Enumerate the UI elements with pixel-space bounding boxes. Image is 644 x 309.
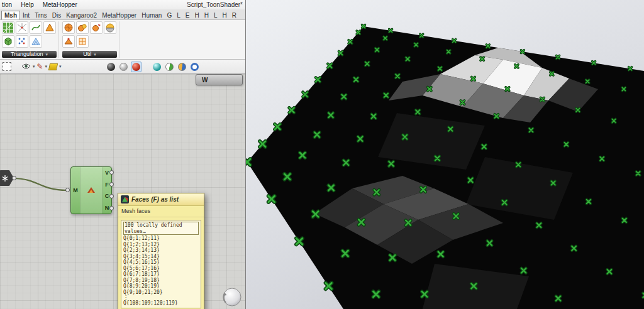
category-tab-bar: MshIntTrnsDisKangaroo2MetaHopperHumanGLE… xyxy=(0,9,245,20)
tab-l-8[interactable]: L xyxy=(174,11,183,19)
colors-output-port[interactable] xyxy=(109,194,114,198)
hex-output-port[interactable] xyxy=(12,176,16,180)
tooltip-value: Q{1;2;13;12} xyxy=(123,242,199,248)
mesh-input-port[interactable] xyxy=(65,188,70,192)
group-label-util[interactable]: Util▾ xyxy=(62,51,117,58)
mesh-wire[interactable] xyxy=(13,178,67,190)
output-port-label-v: V xyxy=(105,170,109,176)
display-ring-button[interactable] xyxy=(189,62,200,72)
document-title: Script_ToonShader* xyxy=(187,1,243,8)
sketch-pencil-icon[interactable]: ✎ xyxy=(37,63,43,70)
preview-off-button[interactable] xyxy=(106,62,116,72)
grasshopper-canvas[interactable]: W M xyxy=(0,74,245,309)
mesh-fruit-icon[interactable] xyxy=(76,21,89,34)
tooltip-value: Q{5;6;17;16} xyxy=(123,266,199,272)
faces-output-port[interactable] xyxy=(109,182,114,187)
tooltip-value: Q{2;3;14;13} xyxy=(123,247,199,254)
draw-fancy-wires-button[interactable] xyxy=(164,62,175,72)
preview-shaded-button[interactable] xyxy=(131,62,142,72)
vertices-output-port[interactable] xyxy=(109,170,114,175)
tab-dis-3[interactable]: Dis xyxy=(50,11,64,19)
tab-e-9[interactable]: E xyxy=(183,11,192,19)
tooltip-value: Q{3;4;15;14} xyxy=(123,254,199,260)
mesh-unify-icon[interactable] xyxy=(76,35,89,48)
snowflake-icon xyxy=(1,175,9,182)
tab-int-1[interactable]: Int xyxy=(20,11,32,19)
draw-icons-button[interactable] xyxy=(152,62,162,72)
triangulate-curve-icon[interactable] xyxy=(30,21,42,34)
group-label-triangulation[interactable]: Triangulation▾ xyxy=(2,51,57,58)
mesh-explode-icon[interactable] xyxy=(90,21,103,34)
tab-h-10[interactable]: H xyxy=(192,11,201,19)
tooltip-value: Q{7;8;19;18} xyxy=(123,278,199,284)
toon-shaded-mesh xyxy=(246,0,644,309)
rhino-viewport[interactable] xyxy=(246,0,644,309)
eye-dropdown-icon[interactable]: ▾ xyxy=(33,64,35,69)
tab-g-7[interactable]: G xyxy=(164,11,174,19)
draw-icons-icon xyxy=(153,63,161,71)
tooltip-subtitle: Mesh faces xyxy=(118,206,204,217)
component-ribbon: Triangulation▾ xyxy=(0,20,245,60)
menu-bar: tion Help MetaHopper Script_ToonShader* xyxy=(0,0,245,9)
input-port-label-m: M xyxy=(73,187,78,193)
display-mode-icon xyxy=(178,63,186,71)
faces-output-tooltip: Faces (F) as list Mesh faces 100 locally… xyxy=(118,193,204,309)
tab-metahopper-5[interactable]: MetaHopper xyxy=(99,11,139,19)
menu-item-help[interactable]: Help xyxy=(21,1,34,8)
preview-eye-icon[interactable] xyxy=(21,61,31,72)
application-window: tion Help MetaHopper Script_ToonShader* … xyxy=(0,0,644,309)
tab-h-11[interactable]: H xyxy=(202,11,211,19)
tooltip-ellipsis: ⋮ xyxy=(123,295,199,300)
tab-msh-0[interactable]: Msh xyxy=(1,11,20,19)
deconstruct-mesh-component[interactable]: M V F C N xyxy=(70,166,112,214)
group-caret-icon: ▾ xyxy=(46,51,48,58)
mesh-box-icon[interactable] xyxy=(2,35,14,48)
tab-h-13[interactable]: H xyxy=(219,11,229,19)
tooltip-summary: 100 locally defined values… xyxy=(123,222,199,235)
tab-l-12[interactable]: L xyxy=(211,11,220,19)
selection-grid-icon[interactable] xyxy=(3,62,11,71)
delaunay-mesh-icon[interactable] xyxy=(2,21,14,34)
paint-bucket-icon[interactable] xyxy=(48,63,58,70)
tab-human-6[interactable]: Human xyxy=(139,11,164,19)
points-grid-icon[interactable] xyxy=(16,35,28,48)
mesh-component-icon xyxy=(86,185,96,195)
bucket-dropdown-icon[interactable]: ▾ xyxy=(59,64,62,69)
display-toolbar: ▾ ✎ ▾ ▾ xyxy=(0,60,245,74)
mesh-flip-icon[interactable] xyxy=(104,21,116,34)
faces-icon xyxy=(121,195,129,203)
preview-wireframe-button[interactable] xyxy=(118,62,129,72)
w-panel-label: W xyxy=(196,77,208,84)
preview-shaded-icon xyxy=(132,63,140,71)
tab-r-14[interactable]: R xyxy=(230,11,239,19)
output-port-label-n: N xyxy=(105,205,109,211)
grasshopper-window: tion Help MetaHopper Script_ToonShader* … xyxy=(0,0,246,309)
pencil-dropdown-icon[interactable]: ▾ xyxy=(45,64,48,69)
tooltip-value: Q{0;1;12;11} xyxy=(123,236,199,242)
tooltip-last-value: Q{108;109;120;119} xyxy=(123,300,199,306)
ribbon-group-util: Util▾ xyxy=(62,21,119,58)
tooltip-value: Q{8;9;20;19} xyxy=(123,283,199,290)
w-panel[interactable]: W xyxy=(196,74,243,85)
mesh-sphere-icon[interactable] xyxy=(62,21,75,34)
tooltip-value-list: 100 locally defined values… Q{0;1;12;11}… xyxy=(121,220,201,308)
preview-wireframe-icon xyxy=(119,63,128,71)
mesh-weld-icon[interactable] xyxy=(62,35,75,48)
tooltip-title: Faces (F) as list xyxy=(131,196,179,203)
preview-off-icon xyxy=(107,63,115,71)
tab-trns-2[interactable]: Trns xyxy=(32,11,50,19)
tooltip-value: Q{9;10;21;20} xyxy=(123,290,199,296)
tooltip-value: Q{4;5;16;15} xyxy=(123,259,199,266)
voronoi-icon[interactable] xyxy=(16,21,28,34)
facet-dome-icon[interactable] xyxy=(43,21,56,34)
draw-fancy-wires-icon xyxy=(165,63,174,71)
display-mode-button[interactable] xyxy=(177,62,187,72)
mesh-patch-icon[interactable] xyxy=(30,35,42,48)
tooltip-header: Faces (F) as list xyxy=(118,193,204,206)
tooltip-value: Q{6;7;18;17} xyxy=(123,271,199,278)
tab-kangaroo2-4[interactable]: Kangaroo2 xyxy=(64,11,99,19)
canvas-compass-widget[interactable] xyxy=(221,286,243,308)
menu-item-solution[interactable]: tion xyxy=(2,1,12,8)
menu-item-metahopper[interactable]: MetaHopper xyxy=(43,1,77,8)
normals-output-port[interactable] xyxy=(109,206,114,210)
